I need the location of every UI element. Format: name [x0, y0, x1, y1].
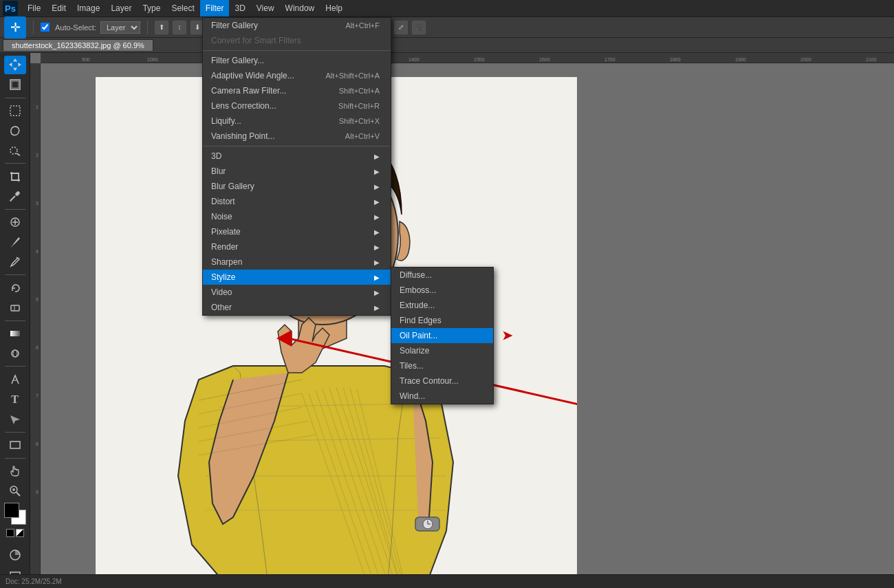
- crop-tool[interactable]: [4, 167, 26, 186]
- ruler-v-3: 3: [30, 201, 40, 206]
- filter-blur-arrow: ▶: [374, 168, 380, 175]
- ruler-mark-1000: 1000: [147, 53, 158, 63]
- 3d-slide-icon[interactable]: ⤢: [394, 21, 408, 34]
- type-tool[interactable]: T: [4, 390, 26, 409]
- move-tool[interactable]: [4, 56, 26, 74]
- filter-blur[interactable]: Blur ▶: [203, 164, 391, 179]
- svg-rect-10: [11, 305, 19, 311]
- swap-colors[interactable]: [16, 529, 24, 537]
- fg-bg-colors[interactable]: [4, 503, 26, 525]
- 3d-scale-icon[interactable]: 🎥: [412, 21, 426, 34]
- liquify-shortcut: Shift+Ctrl+X: [339, 117, 380, 125]
- filter-sharpen[interactable]: Sharpen ▶: [203, 254, 391, 270]
- auto-select-checkbox[interactable]: [41, 23, 50, 32]
- hand-tool[interactable]: [4, 462, 26, 481]
- stylize-oil-paint[interactable]: Oil Paint... ➤: [391, 328, 493, 343]
- liquify[interactable]: Liquify... Shift+Ctrl+X: [203, 113, 391, 129]
- clone-stamp-tool[interactable]: [4, 252, 26, 271]
- filter-stylize[interactable]: Stylize ▶: [203, 270, 391, 285]
- zoom-tool[interactable]: [4, 481, 26, 500]
- ruler-mark-900: 900: [82, 53, 90, 63]
- quick-mask[interactable]: [4, 545, 26, 564]
- stylize-wind[interactable]: Wind...: [391, 389, 493, 404]
- ruler-mark-1700: 1700: [604, 53, 615, 63]
- brush-tool[interactable]: [4, 233, 26, 252]
- fg-color[interactable]: [4, 503, 19, 518]
- ruler-v-6: 6: [30, 345, 40, 350]
- document-tab[interactable]: shutterstock_1623363832.jpg @ 60.9%: [3, 39, 153, 51]
- artboard-tool[interactable]: [4, 76, 26, 94]
- ruler-top: 900 1000 1100 1200 1300 1400 1500 1600 1…: [41, 53, 894, 63]
- menu-layer[interactable]: Layer: [105, 0, 137, 17]
- pen-tool[interactable]: [4, 370, 26, 389]
- svg-line-6: [11, 196, 15, 200]
- stylize-trace-contour[interactable]: Trace Contour...: [391, 373, 493, 389]
- menu-bar: Ps File Edit Image Layer Type Select Fil…: [0, 0, 894, 17]
- filter-pixelate[interactable]: Pixelate ▶: [203, 224, 391, 239]
- adaptive-wide-angle[interactable]: Adaptive Wide Angle... Alt+Shift+Ctrl+A: [203, 68, 391, 83]
- filter-sep-2: [203, 146, 391, 146]
- history-brush-tool[interactable]: [4, 279, 26, 297]
- layer-dropdown[interactable]: Layer: [100, 21, 140, 34]
- filter-video-arrow: ▶: [374, 289, 380, 296]
- menu-help[interactable]: Help: [320, 0, 348, 17]
- filter-video[interactable]: Video ▶: [203, 285, 391, 300]
- gradient-tool[interactable]: [4, 325, 26, 343]
- rectangle-tool[interactable]: [4, 436, 26, 455]
- ruler-mark-1400: 1400: [408, 53, 419, 63]
- stylize-diffuse[interactable]: Diffuse...: [391, 268, 493, 283]
- filter-3d[interactable]: 3D ▶: [203, 149, 391, 164]
- align-top-icon[interactable]: ⬆: [155, 21, 168, 34]
- menu-type[interactable]: Type: [137, 0, 166, 17]
- eraser-tool[interactable]: [4, 298, 26, 317]
- camera-raw-label: Camera Raw Filter...: [211, 86, 286, 96]
- adaptive-label: Adaptive Wide Angle...: [211, 71, 294, 80]
- lasso-tool[interactable]: [4, 121, 26, 140]
- adaptive-shortcut: Alt+Shift+Ctrl+A: [325, 72, 380, 80]
- blur-tool[interactable]: [4, 345, 26, 363]
- filter-render[interactable]: Render ▶: [203, 239, 391, 254]
- menu-edit[interactable]: Edit: [46, 0, 72, 17]
- ruler-left: 1 2 3 4 5 6 7 8 9: [30, 63, 41, 588]
- find-edges-label: Find Edges: [400, 316, 441, 325]
- healing-tool[interactable]: [4, 213, 26, 232]
- path-select-tool[interactable]: [4, 410, 26, 428]
- lens-correction[interactable]: Lens Correction... Shift+Ctrl+R: [203, 98, 391, 113]
- menu-view[interactable]: View: [251, 0, 280, 17]
- menu-image[interactable]: Image: [72, 0, 105, 17]
- lens-label: Lens Correction...: [211, 101, 276, 111]
- move-tool-options[interactable]: ✛: [4, 17, 26, 39]
- align-vert-icon[interactable]: ↕: [173, 21, 186, 34]
- ps-logo: Ps: [3, 1, 18, 16]
- default-colors[interactable]: [6, 529, 14, 537]
- ruler-mark-1600: 1600: [539, 53, 550, 63]
- camera-raw-filter[interactable]: Camera Raw Filter... Shift+Ctrl+A: [203, 83, 391, 98]
- menu-window[interactable]: Window: [280, 0, 320, 17]
- filter-gallery[interactable]: Filter Gallery...: [203, 53, 391, 68]
- stylize-find-edges[interactable]: Find Edges: [391, 313, 493, 328]
- menu-3d[interactable]: 3D: [229, 0, 250, 17]
- ruler-mark-2100: 2100: [866, 53, 877, 63]
- convert-smart-filters[interactable]: Convert for Smart Filters: [203, 33, 391, 48]
- filter-noise-arrow: ▶: [374, 213, 380, 221]
- stylize-tiles[interactable]: Tiles...: [391, 358, 493, 373]
- quick-select-tool[interactable]: [4, 141, 26, 160]
- filter-noise[interactable]: Noise ▶: [203, 209, 391, 224]
- eyedropper-tool[interactable]: [4, 187, 26, 206]
- filter-blur-gallery[interactable]: Blur Gallery ▶: [203, 179, 391, 194]
- stylize-solarize[interactable]: Solarize: [391, 343, 493, 358]
- filter-distort[interactable]: Distort ▶: [203, 194, 391, 209]
- menu-file[interactable]: File: [22, 0, 46, 17]
- stylize-emboss[interactable]: Emboss...: [391, 283, 493, 298]
- stylize-extrude[interactable]: Extrude...: [391, 298, 493, 313]
- svg-rect-1: [12, 81, 19, 88]
- filter-gallery-shortcut[interactable]: Filter Gallery Alt+Ctrl+F: [203, 18, 391, 33]
- menu-filter[interactable]: Filter: [200, 0, 230, 17]
- vanishing-point[interactable]: Vanishing Point... Alt+Ctrl+V: [203, 129, 391, 144]
- auto-select-label: Auto-Select:: [55, 23, 96, 32]
- color-swatches: [4, 503, 26, 537]
- marquee-tool[interactable]: [4, 102, 26, 120]
- filter-other[interactable]: Other ▶: [203, 300, 391, 315]
- filter-other-arrow: ▶: [374, 304, 380, 312]
- menu-select[interactable]: Select: [166, 0, 199, 17]
